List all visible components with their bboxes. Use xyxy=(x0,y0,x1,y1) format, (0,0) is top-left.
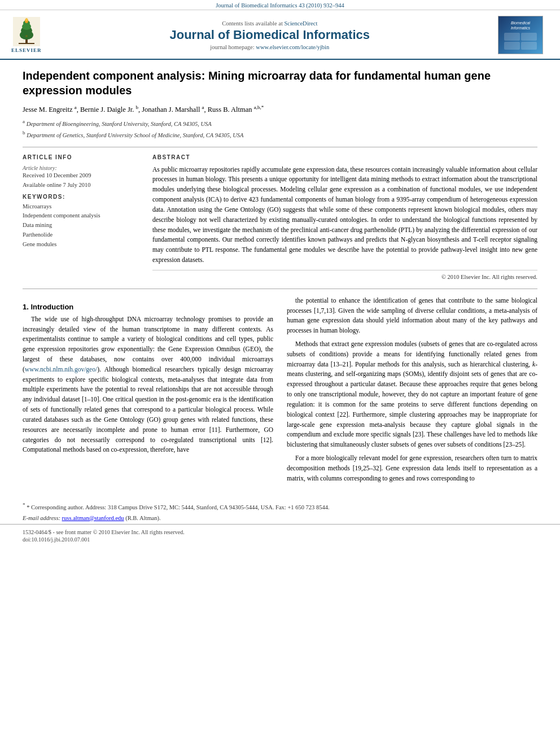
article-title: Independent component analysis: Mining m… xyxy=(23,68,537,98)
body-right-col: the potential to enhance the identificat… xyxy=(287,296,537,487)
available-date: Available online 7 July 2010 xyxy=(23,182,135,188)
section-1-heading: 1. Introduction xyxy=(23,303,273,311)
header-left: ELSEVIER xyxy=(11,17,42,53)
body-left-col: 1. Introduction The wide use of high-thr… xyxy=(23,296,273,487)
elsevier-tree-icon xyxy=(13,17,40,46)
body-content: 1. Introduction The wide use of high-thr… xyxy=(23,296,537,487)
journal-title-header: Journal of Biomedical Informatics xyxy=(42,28,498,42)
keyword-1: Microarrays xyxy=(23,202,135,212)
journal-homepage-line: journal homepage: www.elsevier.com/locat… xyxy=(42,44,498,50)
journal-header: ELSEVIER Contents lists available at Sci… xyxy=(0,10,560,60)
journal-logo-box: Biomedical Informatics xyxy=(498,16,543,54)
article-content: Independent component analysis: Mining m… xyxy=(0,60,560,498)
authors-line: Jesse M. Engreitz a, Bernie J. Daigle Jr… xyxy=(23,103,537,115)
history-label: Article history: xyxy=(23,165,135,171)
article-info-row: ARTICLE INFO Article history: Received 1… xyxy=(23,154,537,280)
keyword-4: Parthenolide xyxy=(23,230,135,240)
svg-point-8 xyxy=(25,18,28,21)
body-right-text: the potential to enhance the identificat… xyxy=(287,296,537,484)
body-left-text: The wide use of high-throughput DNA micr… xyxy=(23,314,273,455)
abstract-col: ABSTRACT As public microarray repositori… xyxy=(152,154,537,280)
divider-1 xyxy=(23,147,537,147)
received-date: Received 10 December 2009 xyxy=(23,172,135,178)
email-link[interactable]: russ.altman@stanford.edu xyxy=(62,515,124,521)
science-direct-link[interactable]: ScienceDirect xyxy=(284,20,317,27)
header-center: Contents lists available at ScienceDirec… xyxy=(42,20,498,50)
page-footer: 1532-0464/$ - see front matter © 2010 El… xyxy=(0,524,560,547)
divider-2 xyxy=(23,289,537,289)
svg-point-9 xyxy=(25,35,28,37)
elsevier-logo: ELSEVIER xyxy=(11,17,42,53)
journal-homepage-link[interactable]: www.elsevier.com/locate/yjbin xyxy=(256,44,329,50)
affiliation-a: a Department of Bioengineering, Stanford… xyxy=(23,118,537,128)
keywords-title: Keywords: xyxy=(23,194,135,200)
abstract-text: As public microarray repositories rapidl… xyxy=(152,165,537,265)
copyright-line: © 2010 Elsevier Inc. All rights reserved… xyxy=(152,270,537,280)
keyword-3: Data mining xyxy=(23,221,135,230)
svg-rect-2 xyxy=(19,43,34,44)
footnote-email: E-mail address: russ.altman@stanford.edu… xyxy=(23,514,537,523)
geo-link[interactable]: www.ncbi.nlm.nih.gov/geo/ xyxy=(25,366,97,373)
footnote-area: * * Corresponding author. Address: 318 C… xyxy=(0,498,560,522)
footer-doi: doi:10.1016/j.jbi.2010.07.001 xyxy=(23,536,537,543)
elsevier-brand-text: ELSEVIER xyxy=(11,47,42,53)
keyword-2: Independent component analysis xyxy=(23,211,135,221)
header-right: Biomedical Informatics xyxy=(498,16,543,54)
abstract-title: ABSTRACT xyxy=(152,154,537,160)
affiliation-b: b Department of Genetics, Stanford Unive… xyxy=(23,129,537,139)
citation-text: Journal of Biomedical Informatics 43 (20… xyxy=(216,2,344,8)
keyword-5: Gene modules xyxy=(23,240,135,250)
footnote-corresponding: * * Corresponding author. Address: 318 C… xyxy=(23,501,537,512)
footer-issn: 1532-0464/$ - see front matter © 2010 El… xyxy=(23,529,537,535)
journal-logo-text: Biomedical Informatics xyxy=(502,18,539,52)
science-direct-line: Contents lists available at ScienceDirec… xyxy=(42,20,498,27)
article-info-col: ARTICLE INFO Article history: Received 1… xyxy=(23,154,135,280)
citation-bar: Journal of Biomedical Informatics 43 (20… xyxy=(0,0,560,10)
article-info-title: ARTICLE INFO xyxy=(23,154,135,160)
